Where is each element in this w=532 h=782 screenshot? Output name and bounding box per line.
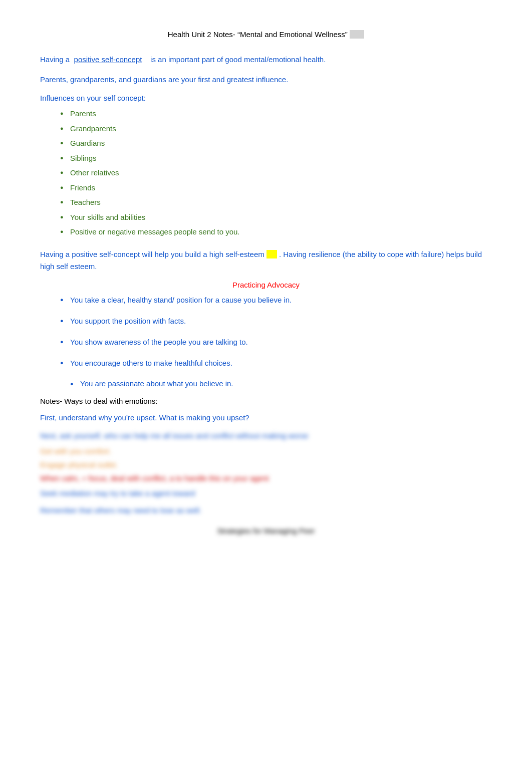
advocacy-item-text: You support the position with facts. <box>70 317 186 325</box>
advocacy-item: You take a clear, healthy stand/ positio… <box>60 294 492 306</box>
blurred-line5: Seek mediation may try to take a agent t… <box>40 487 492 499</box>
influences-list: Parents Grandparents Guardians Siblings … <box>40 107 492 238</box>
emotions-heading-text: First, understand why you’re upset. What… <box>40 413 249 422</box>
page-wrapper: Health Unit 2 Notes- “Mental and Emotion… <box>40 30 492 535</box>
blurred-text5: Seek mediation may try to take a agent t… <box>40 489 195 497</box>
advocacy-heading-text: Practicing Advocacy <box>232 281 300 289</box>
list-item: Parents <box>60 107 492 120</box>
advocacy-item-text: You encourage others to make healthful c… <box>70 359 232 367</box>
title-text: Health Unit 2 Notes- “Mental and Emotion… <box>168 30 348 39</box>
title-highlight <box>350 30 364 39</box>
intro2-text: Parents, grandparents, and guardians are… <box>40 75 288 84</box>
blurred-line6: Remember that others may need to lose as… <box>40 504 492 516</box>
list-item: Positive or negative messages people sen… <box>60 225 492 238</box>
advocacy-item-text: You take a clear, healthy stand/ positio… <box>70 296 292 304</box>
advocacy-inner-text: You are passionate about what you believ… <box>80 379 233 388</box>
list-item-text: Positive or negative messages people sen… <box>70 227 240 236</box>
list-item-other-relatives: Other relatives <box>60 166 492 179</box>
intro-parents: Parents, grandparents, and guardians are… <box>40 74 492 86</box>
list-item: Guardians <box>60 137 492 150</box>
blurred-line2: Get with you comfort. <box>40 447 492 455</box>
intro1-text: Having a positive self-concept is an imp… <box>40 55 326 64</box>
blurred-text3: Engage physical outlet. <box>40 460 118 469</box>
list-item-text: Guardians <box>70 139 105 147</box>
blurred-text1: Next, ask yourself, who can help me all … <box>40 431 308 440</box>
emotions-heading: First, understand why you’re upset. What… <box>40 413 492 422</box>
list-item: Grandparents <box>60 122 492 135</box>
list-item: Friends <box>60 181 492 194</box>
list-item: Teachers <box>60 196 492 209</box>
advocacy-inner-list: You are passionate about what you believ… <box>40 379 492 388</box>
list-item: Your skills and abilities <box>60 211 492 224</box>
advocacy-list: You take a clear, healthy stand/ positio… <box>40 294 492 369</box>
list-item-text: Siblings <box>70 154 97 162</box>
advocacy-item: You support the position with facts. <box>60 315 492 327</box>
list-item-text: Parents <box>70 109 96 118</box>
advocacy-heading: Practicing Advocacy <box>40 281 492 289</box>
list-item-text: Grandparents <box>70 124 116 133</box>
self-esteem-highlight <box>267 250 277 258</box>
blurred-text4: When calm, + focus, deal with conflict, … <box>40 474 269 482</box>
advocacy-inner-item: You are passionate about what you believ… <box>70 379 492 388</box>
list-item: Siblings <box>60 152 492 165</box>
advocacy-item-text: You show awareness of the people you are… <box>70 338 248 346</box>
intro-positive-concept: Having a positive self-concept is an imp… <box>40 54 492 66</box>
influences-heading: Influences on your self concept: <box>40 94 492 102</box>
notes-line: Notes- Ways to deal with emotions: <box>40 397 492 405</box>
influences-heading-text: Influences on your self concept: <box>40 94 146 102</box>
blurred-text2: Get with you comfort. <box>40 447 111 455</box>
notes-line-text: Notes- Ways to deal with emotions: <box>40 397 158 405</box>
blurred-line1: Next, ask yourself, who can help me all … <box>40 430 492 442</box>
blurred-centered-text: Strategies for Managing Peer <box>217 527 315 535</box>
list-item-text: Friends <box>70 183 95 192</box>
blurred-line3: Engage physical outlet. <box>40 460 492 469</box>
list-item-text: Teachers <box>70 198 101 206</box>
self-esteem-text1: Having a positive self-concept will help… <box>40 250 264 258</box>
advocacy-item: You encourage others to make healthful c… <box>60 357 492 369</box>
advocacy-item: You show awareness of the people you are… <box>60 336 492 348</box>
blurred-text6: Remember that others may need to lose as… <box>40 506 201 514</box>
list-item-text: Other relatives <box>70 168 119 177</box>
list-item-text: Your skills and abilities <box>70 213 145 221</box>
page-title: Health Unit 2 Notes- “Mental and Emotion… <box>40 30 492 39</box>
blurred-line4: When calm, + focus, deal with conflict, … <box>40 474 492 482</box>
blurred-centered: Strategies for Managing Peer <box>40 527 492 535</box>
self-esteem-paragraph: Having a positive self-concept will help… <box>40 248 492 273</box>
